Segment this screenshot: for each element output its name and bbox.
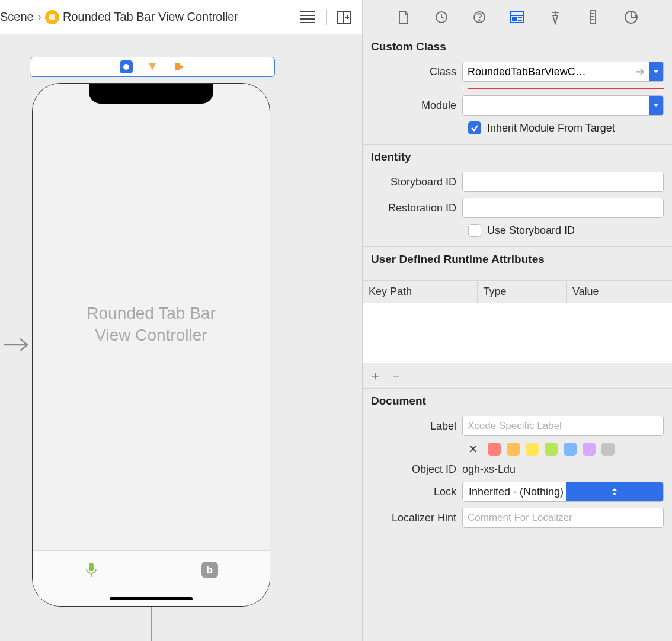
- inspector-tabs: [363, 0, 672, 34]
- history-inspector-tab-icon[interactable]: [433, 8, 450, 26]
- udra-remove-button[interactable]: －: [390, 367, 403, 384]
- entry-point-arrow-icon[interactable]: [4, 336, 30, 355]
- canvas-area: Scene › Rounded Tab Bar View Controller: [0, 0, 363, 641]
- swatch-orange[interactable]: [507, 443, 520, 456]
- jump-to-class-icon[interactable]: ➔: [631, 65, 649, 78]
- inherit-module-checkbox[interactable]: [468, 121, 481, 134]
- class-combobox[interactable]: ➔: [462, 62, 664, 82]
- class-input[interactable]: [463, 62, 631, 81]
- storyboard-id-input[interactable]: [462, 172, 664, 192]
- restoration-id-label: Restoration ID: [371, 202, 462, 214]
- class-dropdown-icon[interactable]: [649, 62, 663, 81]
- class-underline-highlight: [468, 88, 664, 89]
- use-storyboard-id-checkbox[interactable]: [468, 224, 481, 237]
- localizer-hint-label: Localizer Hint: [371, 512, 462, 524]
- viewcontroller-object-icon[interactable]: [120, 60, 133, 73]
- udra-buttons: ＋ －: [363, 363, 672, 388]
- identity-inspector-tab-icon[interactable]: [508, 8, 526, 26]
- lock-value: Inherited - (Nothing): [469, 486, 566, 498]
- swatch-red[interactable]: [488, 443, 501, 456]
- svg-rect-0: [49, 14, 55, 20]
- udra-col-type[interactable]: Type: [478, 281, 567, 303]
- udra-add-button[interactable]: ＋: [369, 367, 382, 384]
- canvas-topbar: Scene › Rounded Tab Bar View Controller: [0, 0, 362, 34]
- outline-icon[interactable]: [300, 11, 315, 24]
- breadcrumb: Scene › Rounded Tab Bar View Controller: [0, 9, 300, 25]
- file-inspector-tab-icon[interactable]: [395, 8, 412, 26]
- segue-line: [151, 607, 152, 641]
- swatch-purple[interactable]: [583, 443, 596, 456]
- udra-title: User Defined Runtime Attributes: [363, 253, 672, 272]
- identity-title: Identity: [371, 150, 664, 164]
- module-label: Module: [371, 100, 462, 112]
- home-indicator: [110, 597, 193, 600]
- class-label: Class: [371, 66, 462, 78]
- viewcontroller-icon: [45, 10, 59, 24]
- swatch-yellow[interactable]: [526, 443, 539, 456]
- storyboard-id-label: Storyboard ID: [371, 176, 462, 188]
- exit-icon[interactable]: [172, 60, 185, 73]
- size-inspector-tab-icon[interactable]: [584, 8, 602, 26]
- attributes-inspector-tab-icon[interactable]: [546, 8, 564, 26]
- custom-class-title: Custom Class: [371, 40, 664, 53]
- separator: [326, 9, 327, 25]
- document-title: Document: [371, 395, 664, 408]
- object-id-value: ogh-xs-Ldu: [462, 463, 664, 476]
- object-id-label: Object ID: [371, 463, 462, 476]
- lock-select[interactable]: Inherited - (Nothing): [462, 482, 664, 502]
- udra-col-keypath[interactable]: Key Path: [363, 281, 478, 303]
- module-combobox[interactable]: [462, 95, 664, 116]
- document-section: Document Label ✕ Object ID ogh-xs-Ldu Lo…: [363, 389, 672, 543]
- microphone-icon[interactable]: [85, 562, 98, 580]
- svg-rect-22: [591, 11, 596, 24]
- localizer-hint-input[interactable]: [462, 508, 664, 528]
- label-color-swatches: ✕: [468, 442, 664, 456]
- swatch-blue[interactable]: [564, 443, 577, 456]
- doc-label-label: Label: [371, 420, 462, 432]
- svg-rect-19: [513, 17, 516, 21]
- device-notch: [89, 84, 213, 104]
- custom-class-section: Custom Class Class ➔ Module: [363, 34, 672, 145]
- add-panel-icon[interactable]: [337, 11, 351, 24]
- svg-rect-12: [89, 563, 94, 571]
- clear-label-color-icon[interactable]: ✕: [468, 442, 478, 456]
- use-storyboard-id-label: Use Storyboard ID: [487, 225, 575, 237]
- swatch-gray[interactable]: [601, 443, 615, 456]
- inspector-panel: Custom Class Class ➔ Module: [363, 0, 672, 641]
- chevron-right-icon: ›: [37, 9, 41, 25]
- udra-table-header: Key Path Type Value: [363, 280, 672, 303]
- lock-label: Lock: [371, 486, 462, 498]
- breadcrumb-item-controller[interactable]: Rounded Tab Bar View Controller: [63, 10, 238, 24]
- help-inspector-tab-icon[interactable]: [471, 8, 488, 26]
- udra-section: User Defined Runtime Attributes Key Path…: [363, 247, 672, 389]
- device-frame[interactable]: Rounded Tab Bar View Controller b: [32, 83, 270, 607]
- scene-placeholder-label: Rounded Tab Bar View Controller: [33, 303, 270, 346]
- breadcrumb-item-scene[interactable]: Scene: [0, 10, 34, 24]
- udra-table-body[interactable]: [363, 303, 672, 363]
- lock-dropdown-icon[interactable]: [566, 482, 663, 501]
- first-responder-icon[interactable]: [146, 60, 159, 73]
- svg-point-16: [479, 20, 480, 21]
- doc-label-input[interactable]: [462, 416, 664, 436]
- svg-point-9: [123, 64, 129, 70]
- swatch-green[interactable]: [545, 443, 558, 456]
- connections-inspector-tab-icon[interactable]: [622, 8, 640, 26]
- restoration-id-input[interactable]: [462, 198, 664, 218]
- scene-object-bar[interactable]: [30, 57, 275, 77]
- identity-section: Identity Storyboard ID Restoration ID Us…: [363, 145, 672, 247]
- module-input[interactable]: [463, 96, 649, 115]
- inherit-module-label: Inherit Module From Target: [487, 122, 615, 134]
- module-dropdown-icon[interactable]: [649, 96, 663, 115]
- udra-col-value[interactable]: Value: [567, 281, 672, 303]
- tab-item-b-icon[interactable]: b: [201, 562, 218, 578]
